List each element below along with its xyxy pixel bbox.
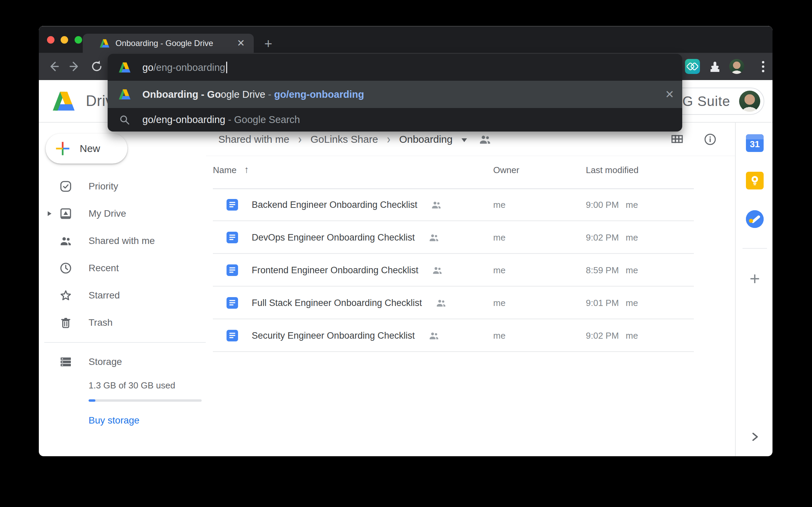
column-header-owner[interactable]: Owner	[493, 165, 519, 175]
url-bar[interactable]: go/eng-onboarding	[108, 54, 682, 81]
file-name: Full Stack Engineer Onboarding Checklist	[252, 298, 422, 308]
sidebar-item-starred[interactable]: Starred	[39, 282, 206, 309]
sidebar-label: Trash	[89, 317, 113, 328]
sidebar-item-storage[interactable]: Storage	[39, 348, 206, 375]
traffic-zoom-button[interactable]	[75, 36, 82, 44]
trash-icon	[59, 316, 72, 329]
text-caret	[226, 62, 227, 73]
expand-caret-icon[interactable]	[48, 211, 51, 216]
folder-menu-caret-icon[interactable]	[462, 138, 467, 142]
search-suffix: - Google Search	[225, 114, 300, 125]
suggestion-rest: ogle Drive	[221, 89, 265, 100]
breadcrumb-chevron-icon: ›	[387, 133, 390, 147]
suggestion-text: Onboarding - Google Drive - go/eng-onboa…	[142, 89, 364, 100]
new-tab-button[interactable]: +	[264, 38, 272, 49]
file-row-frontend[interactable]: Frontend Engineer Onboarding Checklist m…	[213, 254, 694, 287]
sidebar-item-recent[interactable]: Recent	[39, 255, 206, 282]
breadcrumb-shared-with-me[interactable]: Shared with me	[218, 134, 289, 145]
tab-close-icon[interactable]: ✕	[237, 39, 245, 48]
recent-clock-icon	[59, 262, 72, 275]
search-icon	[119, 114, 130, 126]
tasks-icon[interactable]	[746, 210, 764, 228]
tab-strip: Onboarding - Google Drive ✕ +	[39, 26, 772, 53]
drive-suggestion-icon	[119, 89, 130, 100]
drive-favicon	[119, 62, 130, 73]
google-docs-icon	[226, 198, 239, 211]
golinks-extension-icon[interactable]	[685, 59, 700, 74]
file-name: Frontend Engineer Onboarding Checklist	[252, 265, 418, 276]
suggestion-text: go/eng-onboarding - Google Search	[142, 114, 300, 125]
storage-usage-text: 1.3 GB of 30 GB used	[89, 380, 175, 391]
file-table-header: Name ↑ Owner Last modified	[213, 165, 694, 185]
drive-favicon	[100, 39, 109, 48]
back-icon[interactable]	[47, 60, 60, 73]
google-docs-icon	[226, 296, 239, 309]
forward-icon[interactable]	[68, 60, 82, 73]
gsuite-label: G Suite	[683, 94, 730, 109]
new-button[interactable]: New	[46, 134, 127, 164]
account-avatar[interactable]	[739, 91, 760, 112]
file-name: DevOps Engineer Onboarding Checklist	[252, 232, 415, 243]
info-icon[interactable]	[703, 132, 718, 147]
tab-onboarding-drive[interactable]: Onboarding - Google Drive ✕	[83, 34, 254, 53]
chrome-menu-icon[interactable]	[755, 59, 770, 74]
column-header-name[interactable]: Name	[213, 165, 236, 175]
keep-icon[interactable]	[746, 172, 764, 189]
file-modified-by: me	[626, 287, 638, 319]
file-row-devops[interactable]: DevOps Engineer Onboarding Checklist me …	[213, 221, 694, 254]
file-modified-time: 9:02 PM	[586, 221, 619, 254]
file-row-security[interactable]: Security Engineer Onboarding Checklist m…	[213, 319, 694, 352]
breadcrumb-golinks-share[interactable]: GoLinks Share	[310, 134, 378, 145]
profile-avatar[interactable]	[729, 59, 744, 74]
sidebar-item-my-drive[interactable]: My Drive	[39, 200, 206, 227]
sidebar-item-trash[interactable]: Trash	[39, 309, 206, 336]
suggestion-drive-result[interactable]: Onboarding - Google Drive - go/eng-onboa…	[108, 81, 682, 108]
folder-shared-people-icon	[479, 133, 491, 146]
file-modified-time: 8:59 PM	[586, 254, 619, 287]
sidebar-item-priority[interactable]: Priority	[39, 173, 206, 200]
omnibox-dropdown: go/eng-onboarding Onboarding - Google Dr…	[108, 54, 682, 132]
calendar-icon[interactable]: 31	[746, 134, 764, 152]
column-header-last-modified[interactable]: Last modified	[586, 165, 639, 175]
row-divider	[213, 351, 694, 352]
traffic-close-button[interactable]	[47, 36, 54, 44]
google-docs-icon	[226, 231, 239, 244]
collapse-panel-chevron-icon[interactable]	[748, 430, 762, 444]
file-modified-time: 9:02 PM	[586, 319, 619, 352]
rail-divider	[743, 248, 767, 249]
golinks-links-icon	[687, 63, 698, 70]
file-owner: me	[493, 254, 505, 287]
file-row-full-stack[interactable]: Full Stack Engineer Onboarding Checklist…	[213, 287, 694, 319]
sort-ascending-icon[interactable]: ↑	[244, 164, 249, 175]
drive-logo[interactable]	[53, 92, 75, 111]
star-icon	[59, 289, 72, 302]
new-button-label: New	[80, 143, 100, 154]
right-rail-divider	[735, 123, 736, 456]
desktop: Onboarding - Google Drive ✕ +	[0, 0, 812, 507]
priority-icon	[59, 180, 72, 193]
reload-icon[interactable]	[90, 60, 104, 73]
shared-indicator-icon	[432, 265, 443, 276]
search-query: go/eng-onboarding	[142, 114, 225, 125]
remove-suggestion-icon[interactable]: ✕	[663, 88, 676, 101]
buy-storage-link[interactable]: Buy storage	[89, 415, 139, 426]
suggestion-google-search[interactable]: go/eng-onboarding - Google Search	[108, 108, 682, 132]
file-modified-by: me	[626, 254, 638, 287]
sidebar-item-shared-with-me[interactable]: Shared with me	[39, 227, 206, 255]
breadcrumb-chevron-icon: ›	[298, 133, 301, 147]
file-name: Backend Engineer Onboarding Checklist	[252, 200, 417, 210]
google-docs-icon	[226, 329, 239, 342]
file-modified-time: 9:00 PM	[586, 188, 619, 221]
add-addon-button[interactable]: +	[746, 271, 764, 288]
url-input[interactable]: go/eng-onboarding	[142, 62, 227, 73]
sidebar-label: My Drive	[89, 208, 126, 219]
keep-bulb-icon	[750, 175, 760, 186]
breadcrumb-onboarding[interactable]: Onboarding	[399, 134, 453, 145]
google-plus-icon	[55, 141, 70, 156]
grid-view-icon[interactable]	[670, 132, 685, 147]
storage-icon	[59, 355, 72, 368]
file-row-backend[interactable]: Backend Engineer Onboarding Checklist me…	[213, 188, 694, 221]
shared-indicator-icon	[431, 199, 442, 210]
traffic-minimize-button[interactable]	[61, 36, 68, 44]
extensions-puzzle-icon[interactable]	[707, 59, 722, 74]
